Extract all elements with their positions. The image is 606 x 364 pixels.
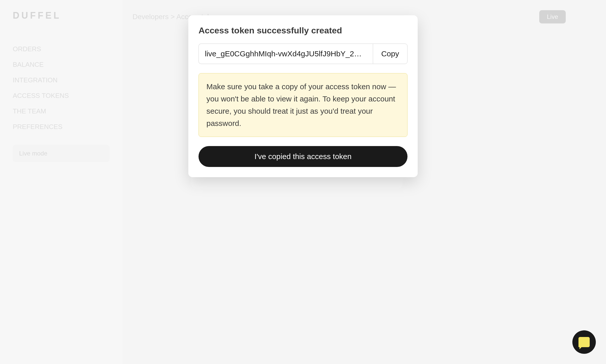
modal-overlay: Access token successfully created live_g… [0,0,606,364]
warning-box: Make sure you take a copy of your access… [199,73,407,137]
token-row: live_gE0CGghhMIqh-vwXd4gJU5lfJ9HbY_2WY..… [199,44,407,64]
copy-button[interactable]: Copy [373,44,407,64]
chat-icon [578,337,590,347]
token-value-field[interactable]: live_gE0CGghhMIqh-vwXd4gJU5lfJ9HbY_2WY..… [199,44,373,64]
confirm-copied-button[interactable]: I've copied this access token [199,146,407,167]
chat-support-button[interactable] [572,330,596,354]
modal-title: Access token successfully created [199,25,407,35]
token-created-modal: Access token successfully created live_g… [188,15,418,177]
warning-text: Make sure you take a copy of your access… [206,81,400,129]
